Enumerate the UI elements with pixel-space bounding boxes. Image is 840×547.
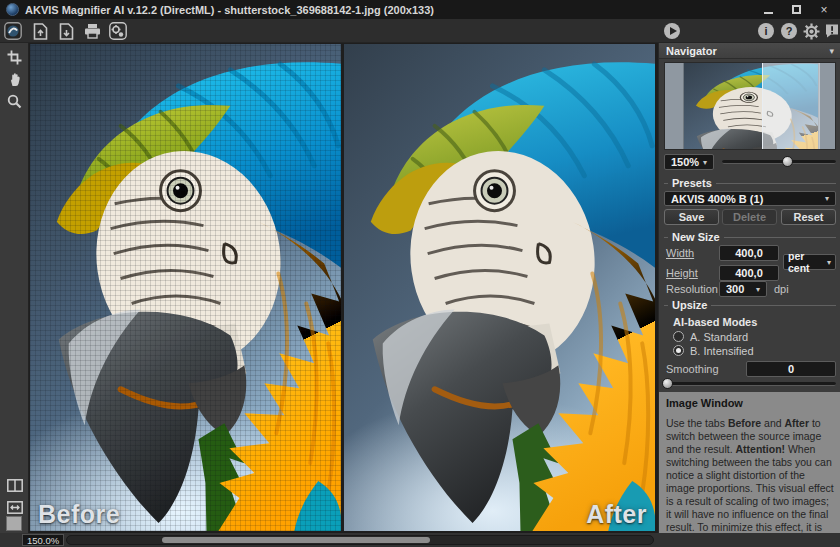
radio-standard-label: A. Standard bbox=[690, 331, 748, 343]
presets-group-header: Presets bbox=[664, 177, 836, 189]
play-icon bbox=[664, 23, 680, 39]
akvis-logo-button[interactable] bbox=[4, 22, 22, 40]
minimize-button[interactable] bbox=[762, 4, 774, 16]
batch-processing-icon bbox=[109, 22, 127, 40]
chevron-down-icon: ▾ bbox=[756, 285, 760, 294]
width-label[interactable]: Width bbox=[666, 247, 694, 259]
help-button[interactable]: ? bbox=[780, 22, 798, 40]
toolbar: i ? bbox=[0, 19, 840, 43]
scrollbar-thumb[interactable] bbox=[162, 537, 430, 543]
after-tab[interactable]: After bbox=[586, 500, 647, 529]
feedback-icon bbox=[824, 23, 840, 39]
preset-select[interactable]: AKVIS 400% B (1) ▾ bbox=[664, 191, 836, 206]
batch-processing-button[interactable] bbox=[109, 22, 127, 40]
split-view-icon bbox=[7, 479, 23, 492]
zoom-controls: 150% ▾ bbox=[664, 154, 836, 170]
zoom-indicator: 150.0% bbox=[22, 534, 64, 546]
image-window: Before After bbox=[29, 43, 658, 533]
upsize-group-header: Upsize bbox=[664, 299, 836, 311]
before-tab[interactable]: Before bbox=[38, 500, 120, 529]
info-button[interactable]: i bbox=[757, 22, 775, 40]
height-input[interactable]: 400,0 bbox=[719, 265, 779, 281]
before-image bbox=[30, 44, 341, 531]
height-label[interactable]: Height bbox=[666, 267, 698, 279]
navigator-thumbnail[interactable] bbox=[664, 62, 836, 150]
after-image bbox=[344, 44, 655, 531]
app-window: AKVIS Magnifier AI v.12.2 (DirectML) - s… bbox=[0, 0, 840, 547]
horizontal-scrollbar[interactable] bbox=[66, 535, 654, 545]
chevron-down-icon[interactable]: ▾ bbox=[829, 46, 834, 56]
navigator-title: Navigator bbox=[666, 45, 717, 57]
reset-button[interactable]: Reset bbox=[781, 209, 836, 225]
radio-intensified[interactable]: B. Intensified bbox=[673, 344, 754, 357]
radio-intensified-label: B. Intensified bbox=[690, 345, 754, 357]
zoom-select[interactable]: 150% ▾ bbox=[664, 154, 714, 170]
smoothing-label: Smoothing bbox=[666, 363, 719, 375]
preferences-button[interactable] bbox=[802, 22, 820, 40]
hints-title: Image Window bbox=[666, 397, 834, 409]
background-color-swatch[interactable] bbox=[6, 516, 22, 531]
status-bar: 150.0% bbox=[0, 533, 840, 547]
zoom-slider-thumb[interactable] bbox=[782, 156, 793, 167]
hand-icon bbox=[8, 72, 22, 87]
save-button[interactable]: Save bbox=[664, 209, 719, 225]
zoom-value: 150% bbox=[671, 156, 699, 168]
gear-icon bbox=[803, 23, 820, 40]
maximize-button[interactable] bbox=[790, 4, 802, 16]
chevron-down-icon: ▾ bbox=[825, 194, 829, 203]
upsize-title: Upsize bbox=[668, 299, 711, 311]
zoom-slider[interactable] bbox=[722, 160, 836, 164]
hints-panel: Image Window Use the tabs Before and Aft… bbox=[659, 392, 840, 533]
resolution-select[interactable]: 300 ▾ bbox=[719, 281, 767, 297]
print-button[interactable] bbox=[83, 22, 101, 40]
save-image-button[interactable] bbox=[57, 22, 75, 40]
titlebar: AKVIS Magnifier AI v.12.2 (DirectML) - s… bbox=[0, 0, 840, 19]
smoothing-slider[interactable] bbox=[664, 382, 836, 386]
zoom-tool-button[interactable] bbox=[4, 91, 25, 111]
close-button[interactable]: × bbox=[818, 4, 830, 16]
before-pane[interactable]: Before bbox=[30, 44, 341, 531]
magnifier-icon bbox=[7, 94, 22, 109]
split-view-button[interactable] bbox=[4, 475, 25, 495]
after-pane[interactable]: After bbox=[344, 44, 655, 531]
hand-tool-button[interactable] bbox=[4, 69, 25, 89]
navigator-header[interactable]: Navigator ▾ bbox=[659, 43, 840, 59]
new-size-group-header: New Size bbox=[664, 231, 836, 243]
swap-view-button[interactable] bbox=[4, 497, 25, 517]
preset-value: AKVIS 400% B (1) bbox=[671, 193, 763, 205]
new-size-title: New Size bbox=[668, 231, 724, 243]
presets-title: Presets bbox=[668, 177, 716, 189]
app-logo-icon bbox=[6, 3, 19, 16]
delete-button[interactable]: Delete bbox=[722, 209, 777, 225]
resolution-label: Resolution bbox=[666, 283, 718, 295]
swap-view-icon bbox=[7, 501, 23, 514]
radio-icon[interactable] bbox=[673, 331, 684, 342]
smoothing-value[interactable]: 0 bbox=[746, 361, 836, 377]
akvis-logo-icon bbox=[4, 22, 22, 40]
smoothing-slider-thumb[interactable] bbox=[662, 378, 673, 389]
crop-icon bbox=[7, 50, 22, 65]
radio-icon[interactable] bbox=[673, 345, 684, 356]
save-image-icon bbox=[59, 23, 74, 40]
print-icon bbox=[84, 23, 101, 39]
resolution-value: 300 bbox=[726, 283, 744, 295]
open-image-icon bbox=[33, 23, 48, 40]
dpi-label: dpi bbox=[774, 283, 789, 295]
run-button[interactable] bbox=[663, 22, 681, 40]
feedback-button[interactable] bbox=[823, 22, 840, 40]
navigator-viewport-frame[interactable] bbox=[762, 63, 820, 149]
width-input[interactable]: 400,0 bbox=[719, 245, 779, 261]
radio-standard[interactable]: A. Standard bbox=[673, 330, 748, 343]
hints-body: Use the tabs Before and After to switch … bbox=[666, 417, 834, 547]
help-icon: ? bbox=[781, 23, 797, 39]
tool-sidebar bbox=[0, 43, 29, 533]
chevron-down-icon: ▾ bbox=[703, 158, 707, 167]
ai-modes-title: AI-based Modes bbox=[673, 316, 757, 328]
open-image-button[interactable] bbox=[31, 22, 49, 40]
window-title: AKVIS Magnifier AI v.12.2 (DirectML) - s… bbox=[25, 4, 434, 16]
crop-tool-button[interactable] bbox=[4, 47, 25, 67]
settings-panel: Navigator ▾ 150% ▾ Presets AKVIS 400% B … bbox=[658, 43, 840, 547]
info-icon: i bbox=[758, 23, 774, 39]
